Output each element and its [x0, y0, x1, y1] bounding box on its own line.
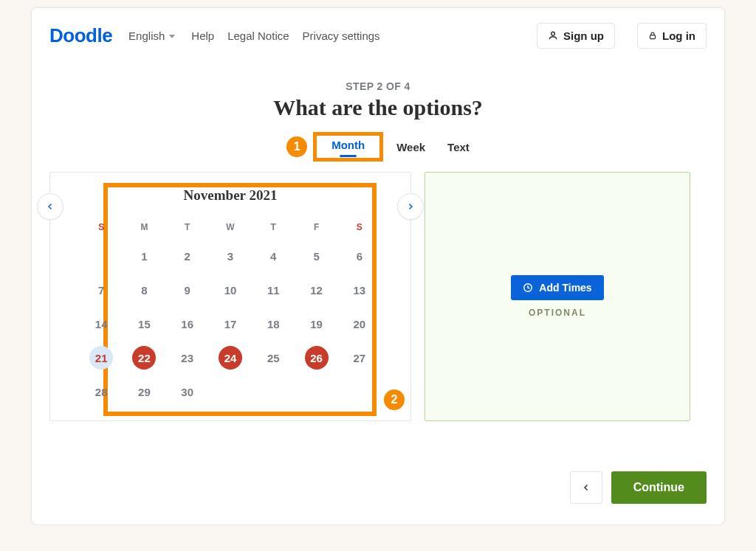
- next-month-button[interactable]: [397, 193, 424, 220]
- calendar-day: [295, 378, 337, 405]
- optional-label: OPTIONAL: [529, 308, 586, 318]
- signup-button[interactable]: Sign up: [537, 23, 615, 49]
- calendar-day[interactable]: 30: [166, 378, 209, 405]
- calendar-day[interactable]: 20: [338, 311, 381, 337]
- calendar-day[interactable]: 9: [166, 277, 209, 303]
- add-times-label: Add Times: [539, 282, 591, 294]
- calendar-day[interactable]: 28: [80, 378, 123, 405]
- times-panel: Add Times OPTIONAL: [425, 172, 690, 421]
- calendar-day[interactable]: 5: [295, 243, 337, 269]
- calendar-day[interactable]: 8: [123, 277, 165, 303]
- calendar-day[interactable]: 12: [295, 277, 337, 303]
- language-selector[interactable]: English: [128, 30, 175, 42]
- legal-link[interactable]: Legal Notice: [227, 30, 289, 42]
- calendar-day[interactable]: 27: [338, 344, 381, 371]
- annotation-box-month: Month: [313, 132, 383, 162]
- tab-text[interactable]: Text: [447, 141, 470, 153]
- calendar-day[interactable]: 2: [166, 243, 209, 269]
- language-label: English: [128, 30, 165, 42]
- continue-button[interactable]: Continue: [611, 471, 707, 504]
- calendar-day: [209, 378, 252, 405]
- calendar-day[interactable]: 7: [80, 277, 123, 303]
- calendar-day[interactable]: 17: [209, 311, 252, 337]
- calendar-panel: 2 November 2021 SMTWTFS 1234567891011121…: [49, 172, 411, 421]
- calendar-day[interactable]: 23: [166, 344, 209, 371]
- page-title: What are the options?: [49, 95, 707, 120]
- chevron-down-icon: [169, 35, 175, 38]
- calendar-grid: SMTWTFS 12345678910111213141516171819202…: [80, 214, 381, 412]
- dow-header: S: [80, 221, 123, 235]
- calendar-day[interactable]: 24: [209, 344, 252, 371]
- clock-icon: [523, 283, 533, 293]
- back-button[interactable]: [570, 471, 602, 504]
- svg-point-0: [551, 32, 555, 35]
- calendar-day[interactable]: 25: [252, 344, 295, 371]
- dow-header: S: [338, 221, 381, 235]
- dow-header: F: [295, 221, 337, 235]
- dow-header: T: [252, 221, 295, 235]
- calendar-day[interactable]: 21: [80, 344, 123, 371]
- header-links: Help Legal Notice Privacy settings: [191, 30, 379, 42]
- tab-week[interactable]: Week: [396, 141, 425, 153]
- calendar-day[interactable]: 26: [295, 344, 337, 371]
- calendar-day[interactable]: 15: [123, 311, 165, 337]
- calendar-day[interactable]: 4: [252, 243, 295, 269]
- login-label: Log in: [662, 30, 695, 42]
- brand-logo[interactable]: Doodle: [49, 24, 112, 47]
- svg-rect-1: [650, 35, 656, 39]
- dow-header: T: [166, 221, 209, 235]
- chevron-left-icon: [582, 482, 591, 493]
- calendar-day[interactable]: 1: [123, 243, 165, 269]
- calendar-day[interactable]: 22: [123, 344, 165, 371]
- chevron-left-icon: [46, 202, 55, 211]
- add-times-button[interactable]: Add Times: [511, 275, 603, 300]
- login-button[interactable]: Log in: [637, 23, 707, 49]
- dow-header: M: [123, 221, 165, 235]
- help-link[interactable]: Help: [191, 30, 214, 42]
- step-indicator: STEP 2 OF 4: [49, 80, 707, 92]
- prev-month-button[interactable]: [37, 193, 63, 220]
- calendar-day[interactable]: 29: [123, 378, 165, 405]
- calendar-month-title: November 2021: [80, 187, 381, 204]
- calendar-day[interactable]: 11: [252, 277, 295, 303]
- calendar-day: [252, 378, 295, 405]
- calendar-day[interactable]: 16: [166, 311, 209, 337]
- calendar-day: [338, 378, 381, 405]
- calendar-day[interactable]: 14: [80, 311, 123, 337]
- privacy-link[interactable]: Privacy settings: [303, 30, 380, 42]
- chevron-right-icon: [406, 202, 415, 211]
- calendar-day[interactable]: 13: [338, 277, 381, 303]
- calendar-day[interactable]: 19: [295, 311, 337, 337]
- lock-icon: [648, 30, 657, 41]
- dow-header: W: [209, 221, 252, 235]
- calendar-day[interactable]: 18: [252, 311, 295, 337]
- calendar-day[interactable]: 3: [209, 243, 252, 269]
- calendar-day[interactable]: 6: [338, 243, 381, 269]
- user-icon: [548, 30, 558, 41]
- signup-label: Sign up: [563, 30, 604, 42]
- calendar-day[interactable]: 10: [209, 277, 252, 303]
- annotation-1: 1: [286, 136, 307, 157]
- tab-month[interactable]: Month: [327, 139, 369, 151]
- calendar-day: [80, 243, 123, 269]
